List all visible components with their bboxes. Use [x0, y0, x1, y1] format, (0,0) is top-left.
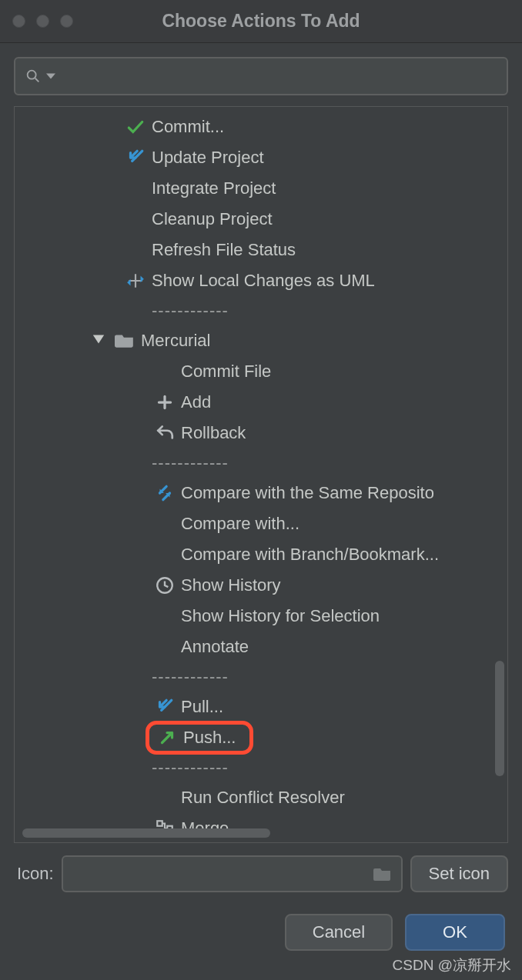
chevron-down-icon — [46, 72, 55, 81]
search-input[interactable] — [14, 57, 508, 95]
tree-item[interactable]: Commit... — [15, 112, 507, 142]
tree-item-label: Commit... — [152, 117, 224, 137]
clock-icon — [152, 575, 178, 595]
tree-item-label: Cleanup Project — [152, 209, 273, 229]
tree-item-label: Compare with... — [181, 514, 299, 534]
tree-item-label: Mercurial — [141, 331, 210, 351]
separator: ------------ — [15, 753, 507, 782]
tree-item-label: Compare with Branch/Bookmark... — [181, 545, 439, 565]
undo-icon — [152, 423, 178, 443]
folder-icon — [373, 866, 392, 882]
plus-icon — [152, 392, 178, 412]
cancel-button[interactable]: Cancel — [285, 914, 393, 951]
icon-field-label: Icon: — [17, 864, 54, 884]
tree-item[interactable]: Compare with Branch/Bookmark... — [15, 539, 507, 570]
vertical-scrollbar[interactable] — [495, 661, 504, 776]
tree-item[interactable]: Update Project — [15, 142, 507, 173]
check-green-icon — [122, 117, 149, 137]
ok-button[interactable]: OK — [405, 914, 505, 951]
tree-item-label: Commit File — [181, 362, 271, 382]
dialog-buttons: Cancel OK — [0, 892, 522, 951]
arrow-down-blue-icon — [122, 148, 149, 168]
tree-group[interactable]: Mercurial — [15, 325, 507, 356]
tree-item[interactable]: Annotate — [15, 632, 507, 662]
tree-item-label: Update Project — [152, 148, 264, 168]
tree-item[interactable]: Compare with... — [15, 508, 507, 539]
tree-item-label: Push... — [183, 728, 236, 748]
tree-item[interactable]: Show History — [15, 570, 507, 601]
separator: ------------ — [15, 662, 507, 692]
tree-item[interactable]: Show History for Selection — [15, 601, 507, 632]
tree-item[interactable]: Pull... — [15, 692, 507, 722]
tree-item-label: Show Local Changes as UML — [152, 271, 375, 291]
tree-item[interactable]: Show Local Changes as UML — [15, 265, 507, 296]
actions-tree[interactable]: Commit...Update ProjectIntegrate Project… — [14, 106, 508, 843]
dialog-content: Commit...Update ProjectIntegrate Project… — [0, 43, 522, 843]
set-icon-button[interactable]: Set icon — [410, 855, 509, 892]
tree-item[interactable]: Integrate Project — [15, 173, 507, 204]
tree-item[interactable]: Run Conflict Resolver — [15, 782, 507, 813]
svg-rect-7 — [157, 821, 162, 826]
tree-item[interactable]: Push... — [15, 722, 507, 753]
arrow-down-blue-icon — [152, 697, 178, 717]
tree-item-label: Compare with the Same Reposito — [181, 483, 434, 503]
tree-item-label: Show History for Selection — [181, 606, 380, 626]
icon-row: Icon: Set icon — [0, 843, 522, 892]
tree-item[interactable]: Cleanup Project — [15, 204, 507, 235]
tree-item-label: Show History — [181, 575, 281, 595]
tree-item-label: Integrate Project — [152, 178, 276, 198]
tree-item-label: Add — [181, 392, 211, 412]
tree-item[interactable]: Rollback — [15, 418, 507, 448]
svg-line-1 — [35, 78, 39, 82]
tree-item[interactable]: Add — [15, 387, 507, 418]
svg-point-0 — [28, 71, 36, 79]
tree-item[interactable]: Compare with the Same Reposito — [15, 478, 507, 508]
watermark: CSDN @凉掰开水 — [393, 955, 511, 975]
uml-diff-icon — [122, 271, 149, 291]
tree-item-label: Refresh File Status — [152, 240, 296, 260]
window-title: Choose Actions To Add — [0, 11, 522, 32]
search-icon — [25, 68, 42, 85]
horizontal-scrollbar[interactable] — [22, 828, 500, 838]
separator: ------------ — [15, 296, 507, 325]
tree-item-label: Run Conflict Resolver — [181, 788, 345, 808]
expand-icon[interactable] — [92, 331, 105, 351]
icon-path-input[interactable] — [62, 855, 403, 892]
tree-item[interactable]: Refresh File Status — [15, 235, 507, 265]
tree-item-label: Annotate — [181, 637, 249, 657]
titlebar: Choose Actions To Add — [0, 0, 522, 43]
arrow-up-green-icon — [154, 728, 180, 748]
highlighted-item: Push... — [146, 721, 253, 755]
tree-item-label: Rollback — [181, 423, 246, 443]
tree-item-label: Pull... — [181, 697, 223, 717]
tree-item[interactable]: Commit File — [15, 356, 507, 387]
diff-blue-icon — [152, 483, 178, 503]
folder-icon — [112, 331, 138, 351]
separator: ------------ — [15, 448, 507, 478]
